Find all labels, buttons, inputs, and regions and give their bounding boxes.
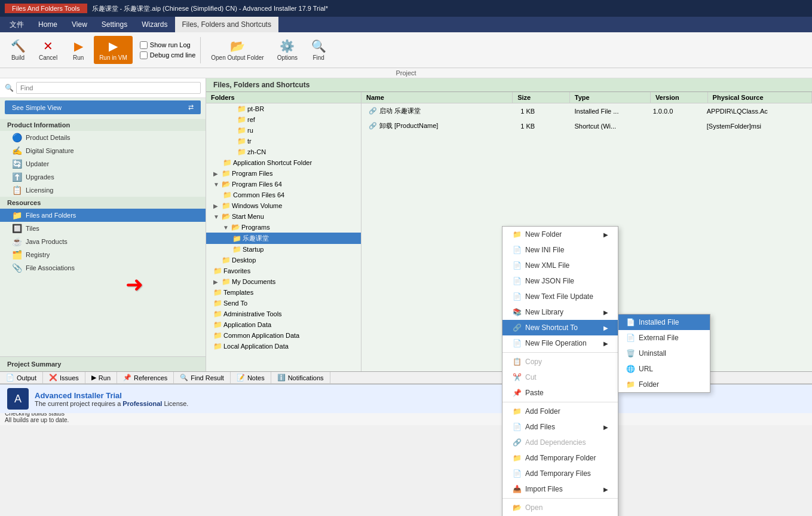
- sidebar-item-file-assoc[interactable]: 📎 File Associations: [0, 261, 206, 274]
- menu-view[interactable]: View: [65, 17, 94, 32]
- show-run-log-check[interactable]: Show run Log: [140, 41, 195, 49]
- tree-item-program-files[interactable]: ▶ 📁 Program Files: [206, 168, 361, 179]
- tree-item-zhcn[interactable]: 📁 zh-CN: [206, 146, 361, 157]
- tree-item-common-app-data[interactable]: 📁 Common Application Data: [206, 330, 361, 341]
- menu-home[interactable]: Home: [31, 17, 65, 32]
- tree-item-programs[interactable]: ▼ 📂 Programs: [206, 222, 361, 233]
- menu-settings[interactable]: Settings: [94, 17, 134, 32]
- menubar: 文件 Home View Settings Wizards Files, Fol…: [0, 17, 812, 32]
- ctx-add-deps: 🔗Add Dependencies: [502, 435, 618, 450]
- issues-icon: ❌: [49, 374, 57, 381]
- tab-output[interactable]: 📄 Output: [0, 372, 43, 383]
- sidebar-item-updater[interactable]: 🔄 Updater: [0, 157, 206, 170]
- menu-files-folders[interactable]: Files, Folders and Shortcuts: [175, 17, 278, 32]
- copy-icon: 📋: [512, 357, 522, 367]
- debug-cmd-check[interactable]: Debug cmd line: [140, 51, 195, 59]
- tree-item-admin-tools[interactable]: 📁 Administrative Tools: [206, 309, 361, 319]
- sub-folder[interactable]: 📁 Folder: [618, 377, 710, 392]
- ctx-import-files[interactable]: 📥Import Files ▶: [502, 481, 618, 497]
- tree-item-start-menu[interactable]: ▼ 📂 Start Menu: [206, 211, 361, 222]
- add-files-icon: 📄: [512, 422, 522, 432]
- tree-item-startup[interactable]: 📁 Startup: [206, 244, 361, 255]
- file-row-2[interactable]: 🔗 卸载 [ProductName] 1 KB Shortcut (Wi... …: [361, 118, 812, 133]
- ctx-new-xml[interactable]: 📄New XML File: [502, 258, 618, 273]
- file-assoc-icon: 📎: [12, 263, 22, 273]
- tree-item-app-data[interactable]: 📁 Application Data: [206, 319, 361, 330]
- tree-item-lequkejiao[interactable]: 📁 乐趣课堂: [206, 233, 361, 244]
- tree-item-windows-volume[interactable]: ▶ 📁 Windows Volume: [206, 200, 361, 211]
- col-version: Version: [651, 92, 708, 103]
- ctx-new-json[interactable]: 📄New JSON File: [502, 273, 618, 289]
- tree-item-templates[interactable]: 📁 Templates: [206, 287, 361, 298]
- file-row-1[interactable]: 🔗 启动 乐趣课堂 1 KB Installed File ... 1.0.0.…: [361, 103, 812, 118]
- open-output-icon: 📂: [230, 39, 245, 53]
- ctx-divider-1: [502, 352, 618, 353]
- cancel-icon: ✕: [43, 39, 53, 53]
- sidebar-item-digital-signature[interactable]: ✍️ Digital Signature: [0, 144, 206, 157]
- sidebar-item-product-details[interactable]: 🔵 Product Details: [0, 131, 206, 144]
- file-icon-2: 🔗: [369, 122, 377, 130]
- tree-item-app-shortcut[interactable]: 📁 Application Shortcut Folder: [206, 157, 361, 168]
- sidebar-item-tiles[interactable]: 🔲 Tiles: [0, 222, 206, 235]
- tab-issues[interactable]: ❌ Issues: [43, 372, 85, 383]
- ctx-add-folder[interactable]: 📁Add Folder: [502, 404, 618, 419]
- ctx-add-temp-folder[interactable]: 📁Add Temporary Folder: [502, 450, 618, 466]
- sidebar-item-licensing[interactable]: 📋 Licensing: [0, 184, 206, 197]
- tree-item-local-app-data[interactable]: 📁 Local Application Data: [206, 341, 361, 352]
- file-physical-1: APPDIR\LQClass.Ac: [704, 106, 807, 116]
- tab-find-result[interactable]: 🔍 Find Result: [174, 372, 231, 383]
- sub-external-file[interactable]: 📄 External File: [618, 330, 710, 346]
- search-input[interactable]: [16, 82, 201, 94]
- simple-view-button[interactable]: See Simple View ⇄: [5, 100, 201, 114]
- tree-item-common-files-64[interactable]: 📁 Common Files 64: [206, 190, 361, 200]
- ctx-new-library[interactable]: 📚New Library ▶: [502, 304, 618, 320]
- open-output-button[interactable]: 📂 Open Output Folder: [206, 36, 269, 64]
- ctx-new-ini[interactable]: 📄New INI File: [502, 242, 618, 258]
- tree-item-desktop[interactable]: 📁 Desktop: [206, 255, 361, 265]
- find-button[interactable]: 🔍 Find: [305, 36, 332, 64]
- sidebar-item-java[interactable]: ☕ Java Products: [0, 235, 206, 248]
- tree-item-ref[interactable]: 📁 ref: [206, 114, 361, 125]
- sidebar-item-registry[interactable]: 🗂️ Registry: [0, 248, 206, 261]
- tree-item-my-docs[interactable]: ▶ 📁 My Documents: [206, 276, 361, 287]
- tab-notifications[interactable]: ℹ️ Notifications: [271, 372, 330, 383]
- ctx-new-file-op[interactable]: 📄New File Operation ▶: [502, 335, 618, 351]
- tab-references[interactable]: 📌 References: [117, 372, 174, 383]
- find-result-icon: 🔍: [180, 374, 188, 381]
- tree-item-favorites[interactable]: 📁 Favorites: [206, 265, 361, 276]
- ctx-copy: 📋Copy: [502, 354, 618, 370]
- tree-item-ptbr[interactable]: 📁 pt-BR: [206, 103, 361, 114]
- tree-item-send-to[interactable]: 📁 Send To: [206, 298, 361, 309]
- tree-item-tr[interactable]: 📁 tr: [206, 136, 361, 146]
- context-menu: 📁New Folder ▶ 📄New INI File 📄New XML Fil…: [502, 226, 618, 516]
- ctx-new-shortcut[interactable]: 🔗New Shortcut To ▶: [502, 320, 618, 335]
- run-button[interactable]: ▶ Run: [65, 36, 91, 64]
- sidebar-item-upgrades[interactable]: ⬆️ Upgrades: [0, 170, 206, 184]
- tab-run[interactable]: ▶ Run: [85, 372, 117, 383]
- options-button[interactable]: ⚙️ Options: [272, 36, 303, 64]
- folder-icon: 📁: [626, 380, 635, 389]
- tab-notes[interactable]: 📝 Notes: [231, 372, 271, 383]
- tree-item-program-files-64[interactable]: ▼ 📂 Program Files 64: [206, 179, 361, 190]
- content-header: Files, Folders and Shortcuts: [206, 78, 812, 92]
- col-physical: Physical Source: [708, 92, 812, 103]
- menu-file[interactable]: 文件: [2, 17, 31, 32]
- ctx-add-temp-files[interactable]: 📄Add Temporary Files: [502, 466, 618, 481]
- run-vm-button[interactable]: ▶ Run in VM: [94, 36, 133, 64]
- sub-uninstall[interactable]: 🗑️ Uninstall: [618, 346, 710, 361]
- ctx-paste[interactable]: 📌Paste: [502, 385, 618, 401]
- build-button[interactable]: 🔨 Build: [5, 36, 31, 64]
- project-bar: Project: [0, 68, 812, 78]
- paste-icon: 📌: [512, 388, 522, 398]
- tree-item-ru[interactable]: 📁 ru: [206, 125, 361, 136]
- project-summary[interactable]: Project Summary: [0, 356, 206, 371]
- ctx-new-text[interactable]: 📄New Text File Update: [502, 289, 618, 304]
- ctx-add-files[interactable]: 📄Add Files ▶: [502, 419, 618, 435]
- ctx-new-folder[interactable]: 📁New Folder ▶: [502, 227, 618, 242]
- add-deps-icon: 🔗: [512, 438, 522, 447]
- sub-installed-file[interactable]: 📄 Installed File: [618, 315, 710, 330]
- sidebar-item-files-folders[interactable]: 📁 Files and Folders: [0, 209, 206, 222]
- menu-wizards[interactable]: Wizards: [134, 17, 174, 32]
- sub-url[interactable]: 🌐 URL: [618, 361, 710, 377]
- cancel-button[interactable]: ✕ Cancel: [33, 36, 63, 64]
